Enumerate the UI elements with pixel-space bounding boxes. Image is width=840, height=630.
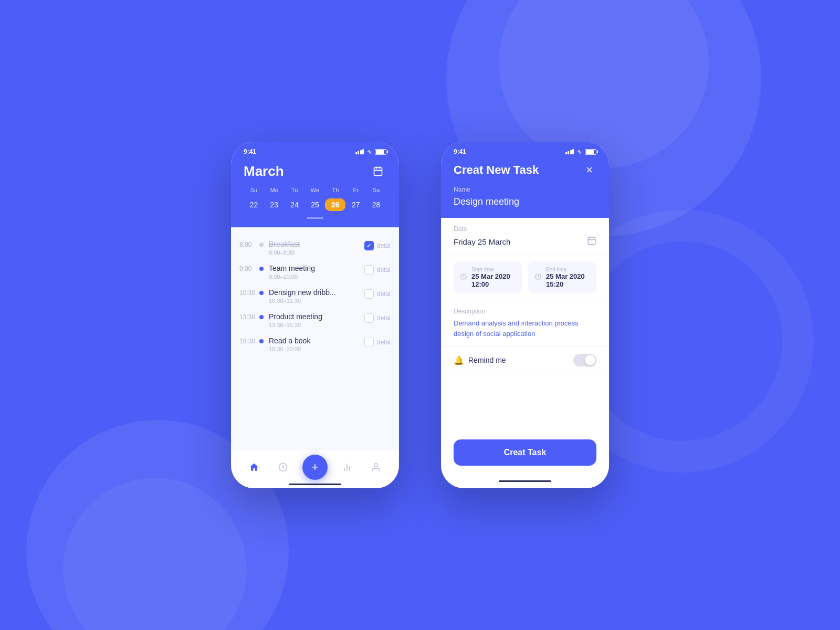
date-calendar-icon[interactable] — [587, 236, 596, 247]
task-content-1: Breakfast 8:00–8:30 — [269, 240, 364, 256]
day-su: Su — [244, 187, 264, 193]
new-task-title: Creat New Task — [454, 163, 539, 177]
date-value-row: Friday 25 March — [454, 236, 596, 247]
description-value[interactable]: Demand analysis and interaction process … — [454, 318, 596, 339]
bottom-nav: + — [231, 450, 399, 488]
day-mo: Mo — [264, 187, 285, 193]
svg-point-8 — [374, 464, 378, 467]
battery-icon — [375, 149, 386, 155]
task-checkbox-2[interactable] — [364, 265, 374, 275]
task-time-2: 9:00 — [239, 264, 259, 272]
task-checkbox-3[interactable] — [364, 289, 374, 299]
task-actions-2: detal — [364, 264, 391, 275]
status-bar-phone1: 9:41 ∿ — [231, 142, 399, 159]
task-name-4: Product meeting — [269, 312, 364, 321]
wifi-icon-2: ∿ — [577, 149, 582, 155]
task-item: 13:30 Product meeting 13:30–15:30 detal — [231, 308, 399, 332]
time-phone2: 9:41 — [454, 148, 466, 155]
date-label: Date — [454, 225, 596, 233]
start-time-content: Start time 25 Mar 2020 12:00 — [471, 267, 516, 288]
task-range-1: 8:00–8:30 — [269, 249, 364, 256]
day-sa: Sa — [366, 187, 386, 193]
task-actions-3: detal — [364, 288, 391, 299]
task-content-5: Read a book 18:30–20:00 — [269, 337, 364, 352]
end-time-label: End time — [546, 267, 590, 272]
home-indicator-phone2 — [499, 480, 551, 482]
battery-icon-2 — [585, 149, 596, 155]
task-item: 9:00 Team meeting 9:00–10:00 detal — [231, 260, 399, 284]
close-button[interactable]: ✕ — [582, 163, 596, 177]
signal-icon — [355, 149, 364, 154]
date-28[interactable]: 28 — [366, 198, 386, 211]
date-section: Date Friday 25 March — [441, 218, 609, 255]
day-th: Th — [325, 187, 345, 193]
start-time-value: 25 Mar 2020 12:00 — [471, 272, 516, 288]
remind-toggle[interactable] — [573, 354, 596, 366]
name-value[interactable]: Design meeting — [454, 196, 596, 207]
name-field-area: Name Design meeting — [454, 186, 596, 207]
home-indicator — [289, 484, 341, 485]
task-name-3: Densign new dribb... — [269, 288, 364, 297]
start-time-clock-icon — [460, 273, 467, 282]
toggle-knob — [585, 355, 595, 365]
start-time-card[interactable]: Start time 25 Mar 2020 12:00 — [454, 261, 522, 293]
end-time-value: 25 Mar 2020 15:20 — [546, 272, 590, 288]
phone-create-task: 9:41 ∿ Creat New Task ✕ Name Design meet… — [441, 142, 609, 488]
detal-link-4[interactable]: detal — [377, 314, 391, 322]
phones-container: 9:41 ∿ March S — [231, 142, 609, 488]
task-actions-4: detal — [364, 312, 391, 323]
date-26-active[interactable]: 26 — [325, 198, 345, 211]
remind-left: 🔔 Remind me — [454, 355, 506, 365]
nav-clock[interactable] — [274, 458, 292, 477]
phone-calendar: 9:41 ∿ March S — [231, 142, 399, 488]
nav-user[interactable] — [366, 458, 385, 477]
task-checkbox-1[interactable] — [364, 241, 374, 250]
task-name-5: Read a book — [269, 337, 364, 345]
date-value[interactable]: Friday 25 March — [454, 237, 510, 246]
remind-row: 🔔 Remind me — [441, 346, 609, 374]
create-task-button[interactable]: Creat Task — [454, 439, 596, 466]
home-bar-phone2 — [441, 476, 609, 488]
task-content-3: Densign new dribb... 10:30–11:30 — [269, 288, 364, 304]
task-checkbox-4[interactable] — [364, 313, 374, 323]
nav-chart[interactable] — [338, 458, 356, 477]
end-time-clock-icon — [534, 273, 542, 282]
detal-link-3[interactable]: detal — [377, 290, 391, 298]
task-range-3: 10:30–11:30 — [269, 298, 364, 304]
create-btn-area: Creat Task — [441, 429, 609, 476]
new-task-title-row: Creat New Task ✕ — [454, 163, 596, 177]
task-checkbox-5[interactable] — [364, 338, 374, 347]
task-range-2: 9:00–10:00 — [269, 274, 364, 280]
week-day-labels: Su Mo Tu We Th Fr Sa — [244, 187, 386, 193]
task-content-4: Product meeting 13:30–15:30 — [269, 312, 364, 328]
date-27[interactable]: 27 — [345, 198, 366, 211]
end-time-card[interactable]: End time 25 Mar 2020 15:20 — [528, 261, 596, 293]
svg-rect-9 — [588, 237, 595, 245]
task-item: 8:00 Breakfast 8:00–8:30 detal — [231, 236, 399, 260]
task-time-4: 13:30 — [239, 312, 259, 321]
time-row: Start time 25 Mar 2020 12:00 End time 25… — [441, 255, 609, 300]
month-title: March — [244, 163, 284, 180]
task-dot-1 — [259, 243, 264, 247]
task-item: 10:30 Densign new dribb... 10:30–11:30 d… — [231, 284, 399, 308]
signal-icon-2 — [565, 149, 574, 154]
detal-link-5[interactable]: detal — [377, 339, 391, 346]
date-24[interactable]: 24 — [285, 198, 305, 211]
week-date-cells: 22 23 24 25 26 27 28 — [244, 198, 386, 211]
description-label: Description — [454, 308, 596, 315]
tasks-list: 8:00 Breakfast 8:00–8:30 detal 9:00 Team… — [231, 227, 399, 450]
date-22[interactable]: 22 — [244, 198, 264, 211]
nav-add-fab[interactable]: + — [302, 455, 328, 480]
calendar-icon-btn[interactable] — [370, 163, 386, 180]
svg-rect-0 — [374, 167, 382, 175]
description-section: Description Demand analysis and interact… — [441, 300, 609, 346]
detal-link-1[interactable]: detal — [377, 242, 391, 249]
calendar-header: March Su Mo Tu We Th Fr Sa 22 23 24 — [231, 159, 399, 227]
date-23[interactable]: 23 — [264, 198, 285, 211]
detal-link-2[interactable]: detal — [377, 266, 391, 274]
nav-home[interactable] — [245, 458, 264, 477]
task-dot-4 — [259, 315, 264, 319]
status-bar-phone2: 9:41 ∿ — [441, 142, 609, 159]
date-25[interactable]: 25 — [305, 198, 326, 211]
new-task-header: Creat New Task ✕ Name Design meeting — [441, 159, 609, 218]
